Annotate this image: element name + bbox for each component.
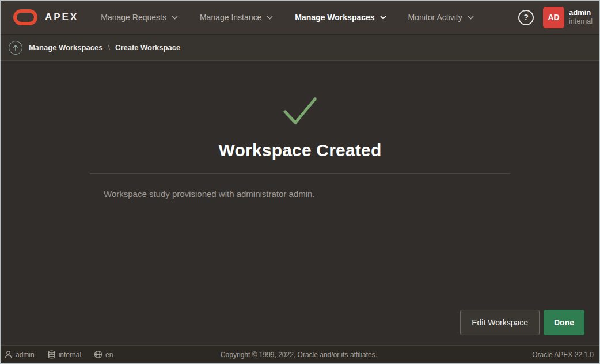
top-navigation-bar: APEX Manage Requests Manage Instance Man…: [1, 1, 599, 35]
chevron-down-icon: [267, 16, 273, 20]
menu-item-manage-workspaces[interactable]: Manage Workspaces: [287, 1, 394, 34]
breadcrumb-item-manage-workspaces[interactable]: Manage Workspaces: [29, 43, 102, 52]
chevron-down-icon: [380, 16, 386, 20]
avatar: AD: [543, 7, 564, 28]
footer-schema: internal: [47, 350, 81, 359]
menu-item-monitor-activity[interactable]: Monitor Activity: [400, 1, 482, 34]
footer-language-label: en: [105, 351, 113, 359]
oracle-logo-icon: [13, 9, 37, 25]
menu-item-label: Monitor Activity: [408, 13, 462, 22]
brand-title: APEX: [45, 12, 78, 23]
menu-item-label: Manage Instance: [200, 13, 261, 22]
person-icon: [4, 350, 13, 359]
breadcrumb-bar: Manage Workspaces \ Create Workspace: [1, 35, 599, 61]
footer: admin internal en Copyright © 1999, 2022…: [1, 345, 599, 363]
breadcrumb: Manage Workspaces \ Create Workspace: [29, 43, 180, 52]
up-arrow-icon[interactable]: [9, 41, 22, 55]
footer-user: admin: [4, 350, 35, 359]
footer-language: en: [94, 350, 113, 359]
chevron-down-icon: [172, 16, 178, 20]
menu-item-manage-requests[interactable]: Manage Requests: [93, 1, 186, 34]
edit-workspace-button[interactable]: Edit Workspace: [460, 310, 540, 335]
user-meta: admin internal: [569, 8, 593, 26]
provision-message: Workspace study provisioned with adminis…: [90, 174, 510, 199]
user-instance: internal: [569, 17, 593, 26]
done-button[interactable]: Done: [544, 310, 584, 335]
menu-item-manage-instance[interactable]: Manage Instance: [192, 1, 281, 34]
breadcrumb-item-create-workspace[interactable]: Create Workspace: [115, 43, 180, 52]
footer-left: admin internal en: [4, 350, 221, 359]
menu-item-label: Manage Requests: [101, 13, 166, 22]
user-name: admin: [569, 8, 593, 17]
breadcrumb-separator: \: [108, 43, 110, 52]
page-title: Workspace Created: [219, 141, 382, 160]
user-menu[interactable]: AD admin internal: [543, 7, 593, 28]
copyright-text: Copyright © 1999, 2022, Oracle and/or it…: [221, 351, 377, 359]
topnav-right-group: ? AD admin internal: [518, 7, 593, 28]
menu-item-label: Manage Workspaces: [295, 13, 374, 22]
globe-icon: [94, 350, 102, 359]
version-text: Oracle APEX 22.1.0: [377, 351, 594, 359]
help-icon[interactable]: ?: [518, 10, 534, 25]
action-button-row: Edit Workspace Done: [460, 310, 584, 335]
result-region: Workspace study provisioned with adminis…: [90, 173, 510, 199]
main-menu: Manage Requests Manage Instance Manage W…: [90, 1, 484, 34]
footer-user-label: admin: [16, 351, 35, 359]
main-content: Workspace Created Workspace study provis…: [1, 61, 599, 345]
chevron-down-icon: [468, 16, 474, 20]
database-icon: [47, 350, 56, 359]
footer-schema-label: internal: [59, 351, 81, 359]
success-checkmark-icon: [281, 96, 319, 129]
app-window: APEX Manage Requests Manage Instance Man…: [0, 0, 600, 364]
